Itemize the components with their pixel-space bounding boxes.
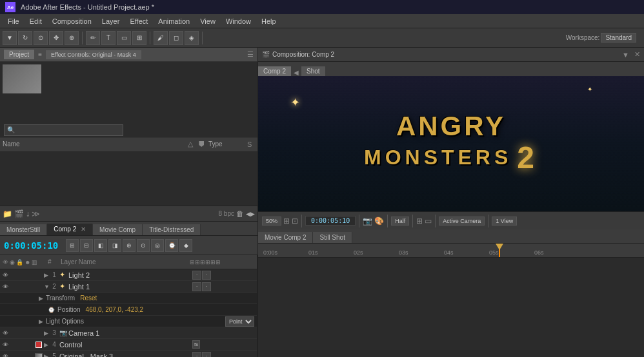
transform-label[interactable]: Transform xyxy=(46,294,75,302)
layer-row-5[interactable]: 👁 ▶ 5 Original - Mask 3 · · xyxy=(0,351,257,357)
tab-title-distressed[interactable]: Title-Distressed xyxy=(143,224,201,235)
layer3-expand[interactable]: ▶ xyxy=(44,330,49,336)
layer4-fx-badge[interactable]: fx xyxy=(192,340,200,349)
tab-effect-controls[interactable]: Effect Controls: Original - Mask 4 xyxy=(46,50,141,59)
arrow-right-icon[interactable]: ◀▶ xyxy=(246,211,255,217)
menu-composition[interactable]: Composition xyxy=(47,16,97,26)
menu-animation[interactable]: Animation xyxy=(153,16,195,26)
layer-row-3[interactable]: 👁 ▶ 3 📷 Camera 1 xyxy=(0,327,257,339)
comp-subtab-shot[interactable]: Shot xyxy=(301,66,325,76)
layer4-name[interactable]: Control xyxy=(59,341,82,349)
vc-mask-icon[interactable]: ▭ xyxy=(425,217,432,226)
transform-reset[interactable]: Reset xyxy=(80,294,97,302)
menu-effect[interactable]: Effect xyxy=(125,16,153,26)
layer2-sw2[interactable]: · xyxy=(202,282,211,291)
tool-shape[interactable]: ▭ xyxy=(117,31,131,45)
tab-comp2-close[interactable]: ✕ xyxy=(81,226,86,233)
tool-puppet[interactable]: ◈ xyxy=(185,31,199,45)
layer1-sw1[interactable]: · xyxy=(192,271,201,280)
layer-row-1[interactable]: 👁 ▶ 1 ✦ Light 2 · · xyxy=(0,269,257,281)
tab-movie-comp2[interactable]: Movie Comp 2 xyxy=(258,232,313,243)
pos-stopwatch[interactable]: ⌚ xyxy=(48,307,55,313)
layer-row-2[interactable]: 👁 ▼ 2 ✦ Light 1 · · xyxy=(0,281,257,293)
layer1-expand[interactable]: ▶ xyxy=(44,272,49,278)
light-type-dropdown[interactable]: Point xyxy=(225,316,254,327)
workspace-dropdown[interactable]: Standard xyxy=(601,33,636,43)
vc-color-icon[interactable]: 🎨 xyxy=(374,217,384,226)
workspace-label: Workspace: xyxy=(566,34,600,41)
tool-rotate[interactable]: ↻ xyxy=(18,31,32,45)
vc-view-dropdown[interactable]: 1 View xyxy=(492,217,517,226)
tab-monsterstill[interactable]: MonsterStill xyxy=(0,224,47,235)
project-import[interactable]: ↓ xyxy=(26,209,30,218)
comp-close-btn[interactable]: ✕ xyxy=(634,50,640,59)
menu-view[interactable]: View xyxy=(195,16,221,26)
menu-help[interactable]: Help xyxy=(256,16,281,26)
layer3-eye[interactable]: 👁 xyxy=(0,330,10,336)
tab-comp2[interactable]: Comp 2 ✕ xyxy=(47,224,93,235)
layer1-sw2[interactable]: · xyxy=(202,271,211,280)
comp-menu-btn[interactable]: ▼ xyxy=(622,51,629,59)
tool-pen[interactable]: ✏ xyxy=(86,31,100,45)
comp-subtab-comp2[interactable]: Comp 2 xyxy=(258,66,291,76)
right-tabs-row: Movie Comp 2 Still Shot xyxy=(258,229,644,244)
vc-timecode[interactable]: 0:00:05:10 xyxy=(305,216,356,226)
tl-btn-8[interactable]: ⌚ xyxy=(165,239,178,252)
layer1-eye[interactable]: 👁 xyxy=(0,272,10,278)
trash-icon[interactable]: 🗑 xyxy=(236,209,244,218)
layer1-name[interactable]: Light 2 xyxy=(68,271,192,279)
tool-cam-track[interactable]: ✥ xyxy=(49,31,63,45)
menu-edit[interactable]: Edit xyxy=(25,16,47,26)
layer2-eye[interactable]: 👁 xyxy=(0,284,10,290)
tool-clone[interactable]: ⊞ xyxy=(132,31,146,45)
tl-btn-3[interactable]: ◧ xyxy=(94,239,107,252)
layer5-expand[interactable]: ▶ xyxy=(44,353,49,358)
layer-area: 👁 ◉ 🔒 ☻ ▥ # Layer Name ⊞⊞⊞⊞⊞⊞ 👁 xyxy=(0,255,257,357)
menu-file[interactable]: File xyxy=(3,16,25,26)
tab-still-shot[interactable]: Still Shot xyxy=(313,232,352,243)
tool-eraser[interactable]: ◻ xyxy=(169,31,183,45)
menu-layer[interactable]: Layer xyxy=(97,16,125,26)
layer4-eye[interactable]: 👁 xyxy=(0,342,10,348)
position-value[interactable]: 468,0, 207,0, -423,2 xyxy=(86,306,144,313)
vc-grid-icon[interactable]: ⊞ xyxy=(416,217,423,226)
vc-zoom-dropdown[interactable]: 50% xyxy=(262,217,281,226)
layer5-eye[interactable]: 👁 xyxy=(0,353,10,358)
layer4-expand[interactable]: ▶ xyxy=(44,342,49,348)
tl-btn-9[interactable]: ◆ xyxy=(179,239,192,252)
tl-btn-4[interactable]: ◨ xyxy=(108,239,121,252)
layer3-name[interactable]: Camera 1 xyxy=(68,329,192,337)
vc-snapshot-icon[interactable]: 📷 xyxy=(363,217,372,226)
panel-menu-icon[interactable]: ☰ xyxy=(247,50,254,59)
vc-camera-dropdown[interactable]: Active Camera xyxy=(439,217,485,226)
layer2-name[interactable]: Light 1 xyxy=(68,283,192,291)
vc-quality-dropdown[interactable]: Half xyxy=(391,217,409,226)
tl-btn-6[interactable]: ⊙ xyxy=(137,239,150,252)
transform-expand[interactable]: ▶ xyxy=(39,295,43,302)
tl-btn-2[interactable]: ⊟ xyxy=(80,239,93,252)
tool-select[interactable]: ▼ xyxy=(3,31,17,45)
timeline-timecode[interactable]: 0:00:05:10 xyxy=(4,240,58,251)
tool-cam-dolly[interactable]: ⊕ xyxy=(65,31,79,45)
layer5-sw2[interactable]: · xyxy=(202,352,211,358)
menu-window[interactable]: Window xyxy=(221,16,256,26)
tool-cam-orbit[interactable]: ⊙ xyxy=(34,31,48,45)
layer2-expand[interactable]: ▼ xyxy=(44,284,49,290)
project-search[interactable] xyxy=(4,124,123,136)
toolbar-separator-2 xyxy=(150,32,150,44)
project-new-folder[interactable]: 📁 xyxy=(3,209,12,218)
tool-brush[interactable]: 🖌 xyxy=(154,31,168,45)
tab-project[interactable]: Project xyxy=(4,50,34,59)
tl-btn-5[interactable]: ⊕ xyxy=(123,239,136,252)
tl-btn-1[interactable]: ⊞ xyxy=(66,239,79,252)
project-new-comp[interactable]: 🎬 xyxy=(14,209,24,218)
tab-movie-comp[interactable]: Movie Comp xyxy=(93,224,143,235)
layer5-name[interactable]: Original - Mask 3 xyxy=(59,352,192,358)
tool-text[interactable]: T xyxy=(101,31,116,45)
layer2-sw1[interactable]: · xyxy=(192,282,201,291)
lo-expand[interactable]: ▶ xyxy=(39,318,43,325)
project-more[interactable]: ≫ xyxy=(32,209,40,218)
layer-row-4[interactable]: 👁 ▶ 4 Control fx xyxy=(0,339,257,351)
layer5-sw1[interactable]: · xyxy=(192,352,201,358)
tl-btn-7[interactable]: ◎ xyxy=(151,239,164,252)
